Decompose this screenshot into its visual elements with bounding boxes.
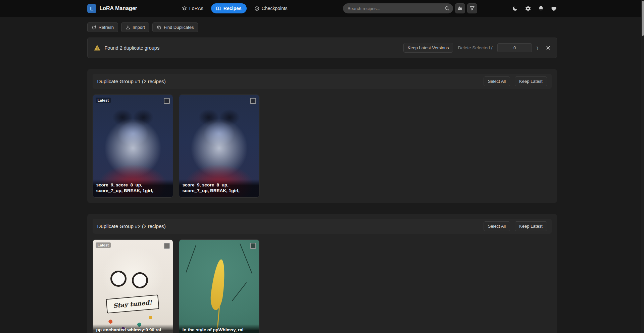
find-duplicates-button[interactable]: Find Duplicates [152, 22, 198, 32]
import-label: Import [133, 25, 145, 30]
refresh-label: Refresh [99, 25, 114, 30]
keep-latest-button[interactable]: Keep Latest [515, 221, 547, 231]
card-checkbox[interactable] [164, 243, 170, 249]
layers-icon [182, 6, 187, 11]
banner-message: Found 2 duplicate groups [105, 45, 160, 51]
select-all-button[interactable]: Select All [484, 76, 510, 86]
toolbar: Refresh Import Find Duplicates [87, 22, 557, 32]
recipe-caption: score_9, score_8_up, score_7_up, BREAK, … [179, 179, 259, 197]
nav-tabs: LoRAs Recipes Checkpoints [177, 3, 293, 13]
search-box [343, 3, 453, 13]
gear-icon [525, 5, 531, 12]
recipe-card[interactable]: Stay tuned! Latest pp-enchanted-whimsy:0… [93, 239, 173, 333]
import-button[interactable]: Import [121, 22, 149, 32]
import-icon [126, 25, 130, 30]
warning-icon [94, 44, 101, 51]
copy-icon [157, 25, 161, 30]
sliders-icon [457, 6, 463, 11]
recipe-card[interactable]: Latest score_9, score_8_up, score_7_up, … [93, 95, 173, 198]
group-header: Duplicate Group #2 (2 recipes) Select Al… [93, 219, 552, 234]
theme-toggle-button[interactable] [512, 5, 518, 12]
search-input[interactable] [343, 3, 453, 13]
card-grid: Stay tuned! Latest pp-enchanted-whimsy:0… [93, 239, 552, 333]
keep-latest-button[interactable]: Keep Latest [515, 76, 547, 86]
twig-shape [232, 282, 247, 301]
duplicates-banner: Found 2 duplicate groups Keep Latest Ver… [87, 38, 557, 58]
recipe-card[interactable]: in the style of ppWhimsy, ral-frctlgmtry… [179, 239, 259, 333]
bell-icon [538, 5, 544, 11]
tab-label: Recipes [224, 6, 242, 11]
keep-latest-versions-button[interactable]: Keep Latest Versions [403, 43, 453, 53]
book-icon [216, 6, 221, 11]
card-grid: Latest score_9, score_8_up, score_7_up, … [93, 95, 552, 198]
app-title: LoRA Manager [100, 5, 137, 11]
delete-selected-count-input[interactable] [497, 43, 532, 52]
recipe-card[interactable]: score_9, score_8_up, score_7_up, BREAK, … [179, 95, 259, 198]
funnel-icon [469, 6, 475, 11]
cat-glasses-shape [131, 272, 148, 289]
group-title: Duplicate Group #2 (2 recipes) [97, 223, 166, 229]
recipe-caption: score_9, score_8_up, score_7_up, BREAK, … [93, 179, 173, 197]
tab-checkpoints[interactable]: Checkpoints [249, 3, 293, 13]
close-icon [546, 45, 551, 50]
card-checkbox[interactable] [164, 98, 170, 104]
recipe-caption: pp-enchanted-whimsy:0.90 ral-frctlgmtry_… [93, 324, 173, 333]
tab-label: Checkpoints [262, 6, 288, 11]
feather-shape [209, 259, 227, 311]
refresh-button[interactable]: Refresh [87, 22, 118, 32]
app-logo: L [87, 4, 96, 13]
settings-button[interactable] [525, 5, 531, 12]
group-title: Duplicate Group #1 (2 recipes) [97, 78, 166, 84]
twig-shape [186, 245, 196, 272]
delete-selected-suffix: ) [537, 45, 538, 50]
card-checkbox[interactable] [250, 243, 256, 249]
search-group [343, 3, 477, 13]
filter-button[interactable] [467, 3, 477, 13]
card-checkbox[interactable] [250, 98, 256, 104]
sign-text: Stay tuned! [106, 294, 159, 313]
heart-icon [551, 5, 557, 12]
cat-glasses-shape [110, 271, 127, 287]
navbar: L LoRA Manager LoRAs Recipes Checkpoi [0, 0, 644, 17]
nav-actions [512, 5, 557, 12]
delete-selected-prefix: Delete Selected ( [458, 45, 493, 50]
favorites-button[interactable] [551, 5, 557, 12]
notifications-button[interactable] [538, 5, 544, 11]
refresh-icon [92, 25, 96, 30]
check-circle-icon [254, 6, 259, 11]
latest-badge: Latest [96, 242, 111, 248]
close-banner-button[interactable] [546, 45, 551, 50]
tab-loras[interactable]: LoRAs [177, 3, 208, 13]
recipe-caption: in the style of ppWhimsy, ral-frctlgmtry… [179, 324, 259, 333]
select-all-button[interactable]: Select All [484, 221, 510, 231]
find-duplicates-label: Find Duplicates [164, 25, 194, 30]
group-header: Duplicate Group #1 (2 recipes) Select Al… [93, 74, 552, 89]
sort-options-button[interactable] [455, 3, 465, 13]
brand: L LoRA Manager [87, 4, 137, 13]
duplicate-group-1: Duplicate Group #1 (2 recipes) Select Al… [87, 69, 557, 203]
duplicate-group-2: Duplicate Group #2 (2 recipes) Select Al… [87, 214, 557, 333]
tab-label: LoRAs [189, 6, 203, 11]
latest-badge: Latest [96, 98, 111, 103]
scrollbar[interactable] [641, 0, 644, 333]
search-icon[interactable] [443, 5, 451, 12]
moon-icon [512, 5, 518, 12]
tab-recipes[interactable]: Recipes [211, 3, 247, 13]
recipe-preview-image: Stay tuned! [93, 240, 173, 333]
scrollbar-thumb[interactable] [642, 1, 644, 36]
recipe-preview-image [179, 240, 259, 333]
